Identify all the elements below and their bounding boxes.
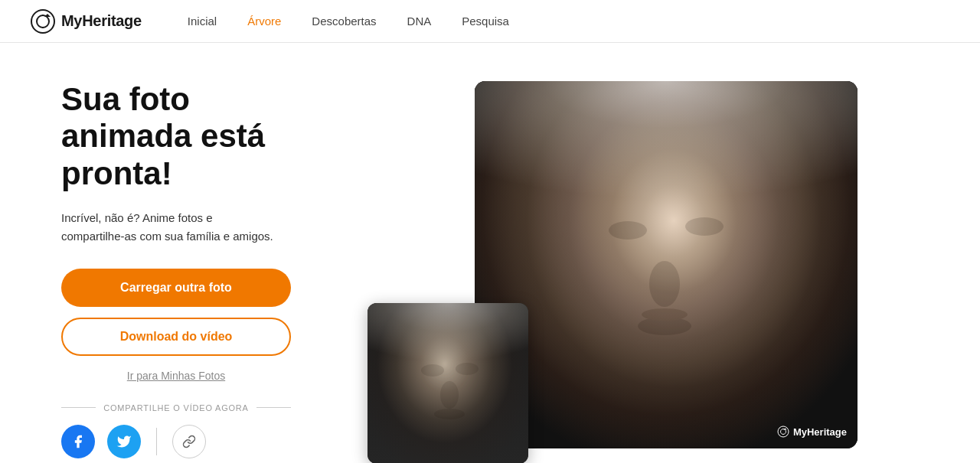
my-photos-link[interactable]: Ir para Minhas Fotos <box>61 370 291 382</box>
facebook-share-button[interactable] <box>61 425 95 458</box>
nav-dna[interactable]: DNA <box>407 15 432 28</box>
share-buttons-row <box>61 425 291 458</box>
watermark-logo-icon <box>777 426 789 438</box>
nav-pesquisa[interactable]: Pesquisa <box>462 15 509 28</box>
svg-point-10 <box>456 363 479 375</box>
right-column: MyHeritage <box>413 81 919 448</box>
share-label-line-left <box>61 407 96 408</box>
svg-point-3 <box>685 217 724 236</box>
svg-point-11 <box>440 381 459 409</box>
copy-link-button[interactable] <box>172 425 206 458</box>
logo-text: MyHeritage <box>61 12 142 30</box>
download-video-button[interactable]: Download do vídeo <box>61 318 291 356</box>
left-column: Sua fotoanimada estápronta! Incrível, nã… <box>61 81 383 458</box>
nav-inicial[interactable]: Inicial <box>188 15 217 28</box>
subtext: Incrível, não é? Anime fotos e compartil… <box>61 209 276 246</box>
svg-point-12 <box>434 409 465 419</box>
upload-another-button[interactable]: Carregar outra foto <box>61 269 291 307</box>
twitter-share-button[interactable] <box>107 425 141 458</box>
svg-point-9 <box>421 364 444 377</box>
face-features-small <box>368 303 528 463</box>
header: MyHeritage Inicial Árvore Descobertas DN… <box>0 0 980 43</box>
photo-watermark: MyHeritage <box>777 426 847 438</box>
animated-photo-large: MyHeritage <box>475 81 858 448</box>
share-label-area: COMPARTILHE O VÍDEO AGORA <box>61 403 291 412</box>
svg-point-0 <box>31 10 54 33</box>
share-section: COMPARTILHE O VÍDEO AGORA <box>61 403 291 458</box>
svg-point-4 <box>649 261 680 307</box>
nav-descobertas[interactable]: Descobertas <box>312 15 376 28</box>
logo-icon <box>31 9 55 34</box>
watermark-text: MyHeritage <box>793 426 847 438</box>
page-headline: Sua fotoanimada estápronta! <box>61 81 383 192</box>
twitter-icon <box>116 434 132 449</box>
svg-point-6 <box>642 308 688 321</box>
share-label-line-right <box>256 407 291 408</box>
photo-background <box>475 81 858 448</box>
facebook-icon <box>70 434 86 449</box>
main-content: Sua fotoanimada estápronta! Incrível, nã… <box>0 43 980 463</box>
svg-point-7 <box>778 426 789 437</box>
small-photo-background <box>368 303 528 463</box>
main-nav: Inicial Árvore Descobertas DNA Pesquisa <box>188 15 509 28</box>
logo: MyHeritage <box>31 9 142 34</box>
share-divider <box>156 428 157 455</box>
face-features <box>475 81 858 448</box>
link-icon <box>182 435 196 448</box>
animated-photo-small <box>368 303 528 463</box>
nav-arvore[interactable]: Árvore <box>247 15 281 28</box>
share-label-text: COMPARTILHE O VÍDEO AGORA <box>103 403 249 412</box>
svg-point-2 <box>609 221 647 240</box>
